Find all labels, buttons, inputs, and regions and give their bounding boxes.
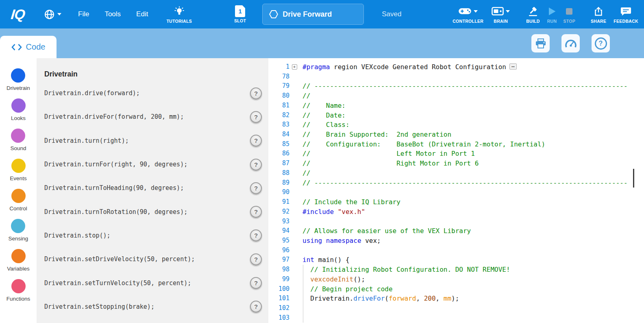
code-text[interactable]: int main() { [299, 255, 350, 265]
code-line[interactable]: 82 // Date: [268, 111, 644, 120]
code-line[interactable]: 91 // Include the IQ Library [268, 197, 644, 207]
code-text[interactable]: // Date: [299, 111, 346, 120]
fold-gutter[interactable] [289, 130, 299, 140]
code-text[interactable]: // Include the IQ Library [299, 197, 400, 207]
code-line[interactable]: 79 // ----------------------------------… [268, 81, 644, 91]
fold-gutter[interactable] [289, 111, 299, 120]
code-line[interactable]: 78 [268, 72, 644, 82]
command-row[interactable]: Drivetrain.turnToRotation(90, degrees); … [37, 200, 268, 223]
fold-gutter[interactable] [289, 178, 299, 188]
category-item[interactable]: Variables [7, 249, 29, 279]
command-row[interactable]: Drivetrain.stop(); ? [37, 224, 268, 247]
menu-tools[interactable]: Tools [97, 10, 128, 18]
code-line[interactable]: 90 [268, 188, 644, 197]
command-help-button[interactable]: ? [250, 135, 262, 146]
code-line[interactable]: 85 // Configuration: BaseBot (Drivetrain… [268, 140, 644, 149]
code-text[interactable]: // Right Motor in Port 6 [299, 159, 479, 168]
fold-gutter[interactable] [289, 265, 299, 275]
command-row[interactable]: Drivetrain.turn(right); ? [37, 129, 268, 153]
command-row[interactable]: Drivetrain.setDriveVelocity(50, percent)… [37, 247, 268, 271]
controller-button[interactable]: CONTROLLER [448, 5, 487, 24]
fold-gutter[interactable] [289, 246, 299, 255]
category-item[interactable]: Events [10, 159, 26, 189]
fold-gutter[interactable] [289, 275, 299, 284]
code-line[interactable]: 95 using namespace vex; [268, 236, 644, 246]
brain-button[interactable]: BRAIN [487, 5, 514, 24]
category-item[interactable]: Sound [10, 129, 26, 159]
category-item[interactable]: Looks [11, 98, 26, 129]
command-help-button[interactable]: ? [250, 253, 262, 265]
code-line[interactable]: 100 // Begin project code [268, 284, 644, 294]
code-line[interactable]: 88 // [268, 168, 644, 178]
fold-gutter[interactable] [289, 72, 299, 82]
code-line[interactable]: 92 #include "vex.h" [268, 207, 644, 217]
code-text[interactable]: // -------------------------------------… [299, 178, 628, 188]
category-item[interactable]: Sensing [9, 219, 28, 249]
code-line[interactable]: 96 [268, 246, 644, 255]
command-row[interactable]: Drivetrain.turnToHeading(90, degrees); ? [37, 176, 268, 200]
code-text[interactable] [299, 72, 302, 82]
code-text[interactable]: // Brain Supported: 2nd generation [299, 130, 451, 140]
code-line[interactable]: 87 // Right Motor in Port 6 [268, 159, 644, 168]
code-text[interactable] [299, 246, 302, 255]
run-button[interactable]: RUN [544, 5, 560, 24]
tutorials-button[interactable]: TUTORIALS [166, 5, 192, 24]
command-row[interactable]: Drivetrain.drive(forward); ? [37, 81, 268, 105]
command-help-button[interactable]: ? [250, 182, 262, 194]
command-text[interactable]: Drivetrain.turnToRotation(90, degrees); [44, 208, 187, 216]
code-editor[interactable]: 1 + #pragma region VEXcode Generated Rob… [268, 58, 644, 323]
fold-gutter[interactable] [289, 217, 299, 227]
command-row[interactable]: Drivetrain.turnFor(right, 90, degrees); … [37, 153, 268, 176]
command-text[interactable]: Drivetrain.driveFor(forward, 200, mm); [44, 113, 184, 120]
fold-gutter[interactable] [289, 226, 299, 236]
code-text[interactable]: // Left Motor in Port 1 [299, 149, 475, 159]
fold-gutter[interactable] [289, 236, 299, 246]
fold-gutter[interactable] [289, 197, 299, 207]
category-item[interactable]: Functions [7, 279, 30, 309]
command-text[interactable]: Drivetrain.stop(); [44, 232, 111, 239]
command-text[interactable]: Drivetrain.turn(right); [44, 137, 129, 144]
menu-file[interactable]: File [70, 10, 97, 18]
code-line[interactable]: 1 + #pragma region VEXcode Generated Rob… [268, 62, 644, 72]
command-row[interactable]: Drivetrain.setTurnVelocity(50, percent);… [37, 271, 268, 295]
code-text[interactable]: // [299, 91, 310, 101]
command-text[interactable]: Drivetrain.turnToHeading(90, degrees); [44, 184, 184, 192]
command-help-button[interactable]: ? [250, 159, 262, 170]
command-help-button[interactable]: ? [250, 277, 262, 289]
code-text[interactable]: // Configuration: BaseBot (Drivetrain 2-… [299, 140, 545, 149]
fold-gutter[interactable] [289, 294, 299, 303]
code-line[interactable]: 97 int main() { [268, 255, 644, 265]
code-line[interactable]: 102 [268, 303, 644, 313]
feedback-button[interactable]: FEEDBACK [610, 5, 642, 24]
command-row[interactable]: Drivetrain.setStopping(brake); ? [37, 295, 268, 319]
code-text[interactable]: using namespace vex; [299, 236, 381, 246]
category-item[interactable]: Drivetrain [7, 68, 30, 98]
slot-selector[interactable]: 1 SLOT [234, 5, 246, 23]
code-text[interactable] [299, 303, 302, 313]
fold-gutter[interactable] [289, 188, 299, 197]
stop-button[interactable]: STOP [560, 5, 579, 24]
code-line[interactable]: 80 // [268, 91, 644, 101]
fold-gutter[interactable] [289, 255, 299, 265]
command-help-button[interactable]: ? [250, 301, 262, 312]
fold-gutter[interactable] [289, 140, 299, 149]
fold-gutter[interactable] [289, 149, 299, 159]
fold-gutter[interactable]: + [289, 62, 299, 72]
code-text[interactable]: // [299, 168, 310, 178]
code-text[interactable] [299, 217, 302, 227]
command-text[interactable]: Drivetrain.setStopping(brake); [44, 303, 154, 310]
dashboard-button[interactable] [561, 34, 580, 52]
fold-gutter[interactable] [289, 81, 299, 91]
code-text[interactable]: // Begin project code [299, 284, 393, 294]
command-help-button[interactable]: ? [250, 206, 262, 218]
fold-gutter[interactable] [289, 313, 299, 323]
fold-gutter[interactable] [289, 207, 299, 217]
editor-scrollbar[interactable] [633, 169, 634, 188]
code-line[interactable]: 99 vexcodeInit(); [268, 275, 644, 284]
fold-gutter[interactable] [289, 101, 299, 111]
command-text[interactable]: Drivetrain.drive(forward); [44, 89, 140, 97]
fold-gutter[interactable] [289, 284, 299, 294]
fold-gutter[interactable] [289, 120, 299, 130]
code-line[interactable]: 89 // ----------------------------------… [268, 178, 644, 188]
help-button[interactable]: ? [592, 34, 610, 52]
